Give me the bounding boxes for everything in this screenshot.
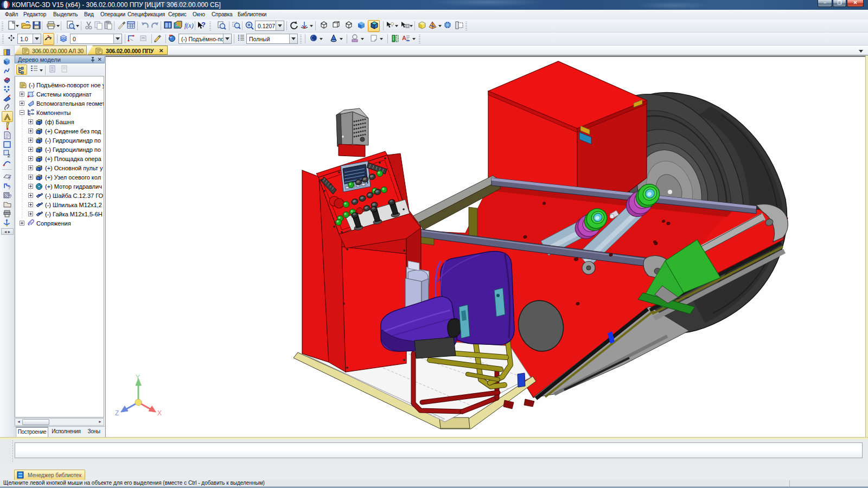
svg-text:?: ? <box>9 194 11 199</box>
svg-text:?: ? <box>8 176 11 181</box>
svg-text:A: A <box>402 35 406 41</box>
svg-text:f(x): f(x) <box>184 22 194 29</box>
svg-text:X: X <box>157 409 162 417</box>
svg-text:?: ? <box>201 21 206 29</box>
svg-text:2: 2 <box>8 152 10 158</box>
svg-text:Y: Y <box>136 374 140 381</box>
svg-text:Z: Z <box>115 409 119 417</box>
svg-text:?: ? <box>8 185 11 190</box>
